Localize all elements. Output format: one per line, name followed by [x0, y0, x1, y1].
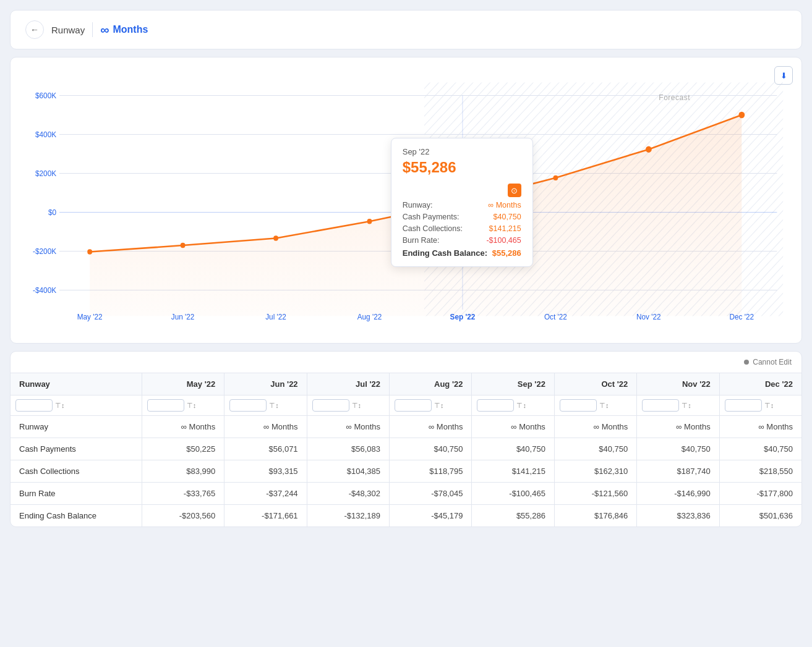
filter-icon-0[interactable]: ⊤↕ [55, 402, 65, 410]
filter-input-aug[interactable] [395, 399, 432, 412]
filter-cell-1: ⊤↕ [142, 395, 224, 416]
cash-payments-sep: $40,750 [472, 438, 554, 460]
svg-point-25 [273, 235, 278, 240]
row-label-ending-cash: Ending Cash Balance [11, 505, 142, 527]
cash-payments-nov: $40,750 [637, 438, 719, 460]
cannot-edit-dot [744, 360, 749, 365]
burn-rate-jun: -$37,244 [224, 483, 307, 505]
svg-text:$0: $0 [48, 208, 56, 216]
filter-input-may[interactable] [147, 399, 184, 412]
burn-rate-sep: -$100,465 [472, 483, 554, 505]
filter-icon-7[interactable]: ⊤↕ [682, 402, 691, 410]
filter-input-runway[interactable] [15, 399, 53, 412]
runway-label: Runway: [403, 201, 433, 209]
ending-cash-oct: $176,846 [554, 505, 636, 527]
filter-cell-0: ⊤↕ [11, 395, 142, 416]
cash-payments-jul: $56,083 [307, 438, 389, 460]
filter-cell-5: ⊤↕ [472, 395, 554, 416]
table-row: Cash Payments $50,225 $56,071 $56,083 $4… [11, 438, 801, 460]
ending-cash-nov: $323,836 [637, 505, 719, 527]
filter-icon-8[interactable]: ⊤↕ [764, 402, 774, 410]
runway-oct: ∞ Months [554, 416, 636, 438]
filter-input-jul[interactable] [312, 399, 349, 412]
col-may: May '22 [142, 373, 224, 395]
filter-icon-1[interactable]: ⊤↕ [187, 402, 197, 410]
filter-input-oct[interactable] [560, 399, 597, 412]
tooltip-ending-cash-row: Ending Cash Balance: $55,286 [403, 248, 521, 258]
burn-rate-aug: -$78,045 [390, 483, 472, 505]
cash-payments-label: Cash Payments: [403, 213, 459, 221]
cash-collections-nov: $187,740 [637, 460, 719, 483]
svg-point-31 [738, 112, 745, 119]
forecast-label: Forecast [659, 93, 690, 102]
row-label-runway: Runway [11, 416, 142, 438]
col-sep: Sep '22 [472, 373, 554, 395]
cash-collections-aug: $118,795 [390, 460, 472, 483]
ending-cash-may: -$203,560 [142, 505, 224, 527]
filter-cell-4: ⊤↕ [390, 395, 472, 416]
filter-icon-5[interactable]: ⊤↕ [516, 402, 526, 410]
cash-payments-dec: $40,750 [719, 438, 801, 460]
cash-collections-may: $83,990 [142, 460, 224, 483]
runway-value: ∞ Months [488, 201, 521, 209]
cannot-edit-label: Cannot Edit [753, 358, 792, 366]
cash-payments-value: $40,750 [494, 213, 521, 221]
cash-collections-sep: $141,215 [472, 460, 554, 483]
svg-point-24 [181, 243, 186, 248]
filter-cell-2: ⊤↕ [224, 395, 307, 416]
burn-rate-dec: -$177,800 [719, 483, 801, 505]
svg-text:$400K: $400K [35, 130, 56, 138]
filter-icon-6[interactable]: ⊤↕ [599, 402, 609, 410]
filter-input-sep[interactable] [477, 399, 514, 412]
tooltip-cash-collections-row: Cash Collections: $141,215 [403, 224, 521, 233]
filter-row: ⊤↕ ⊤↕ ⊤↕ ⊤↕ ⊤↕ ⊤↕ ⊤↕ ⊤↕ ⊤↕ [11, 395, 801, 416]
filter-cell-8: ⊤↕ [719, 395, 801, 416]
col-dec: Dec '22 [719, 373, 801, 395]
chart-tooltip: Sep '22 $55,286 ⊙ Runway: ∞ Months Cash … [391, 138, 533, 267]
filter-cell-7: ⊤↕ [637, 395, 719, 416]
tooltip-burn-rate-row: Burn Rate: -$100,465 [403, 236, 521, 245]
svg-point-23 [87, 249, 92, 254]
filter-icon-4[interactable]: ⊤↕ [434, 402, 444, 410]
chart-area: Forecast $600K $400K $200K $0 [23, 76, 789, 336]
cash-collections-dec: $218,550 [719, 460, 801, 483]
cash-payments-oct: $40,750 [554, 438, 636, 460]
svg-text:-$200K: -$200K [33, 247, 56, 255]
runway-jun: ∞ Months [224, 416, 307, 438]
col-runway: Runway [11, 373, 142, 395]
cash-collections-label: Cash Collections: [403, 224, 463, 233]
ending-cash-jul: -$132,189 [307, 505, 389, 527]
filter-icon-3[interactable]: ⊤↕ [352, 402, 362, 410]
cash-collections-jun: $93,315 [224, 460, 307, 483]
col-aug: Aug '22 [390, 373, 472, 395]
runway-circle-icon: ⊙ [511, 186, 518, 195]
back-button[interactable]: ← [25, 20, 44, 39]
tooltip-cash-payments-row: Cash Payments: $40,750 [403, 213, 521, 221]
filter-input-nov[interactable] [642, 399, 679, 412]
cash-payments-aug: $40,750 [390, 438, 472, 460]
ending-cash-label: Ending Cash Balance: [403, 248, 487, 258]
ending-cash-jun: -$171,661 [224, 505, 307, 527]
filter-icon-2[interactable]: ⊤↕ [269, 402, 279, 410]
col-oct: Oct '22 [554, 373, 636, 395]
row-label-cash-collections: Cash Collections [11, 460, 142, 483]
tooltip-date: Sep '22 [403, 147, 521, 156]
burn-rate-may: -$33,765 [142, 483, 224, 505]
page-title: Runway [51, 25, 85, 35]
ending-cash-dec: $501,636 [719, 505, 801, 527]
chart-card: ⬇ Forecast $600K $400K $200K [10, 57, 802, 344]
burn-rate-label: Burn Rate: [403, 236, 440, 245]
tooltip-value: $55,286 [403, 159, 521, 176]
tooltip-runway-icon: ⊙ [508, 184, 521, 197]
filter-input-dec[interactable] [725, 399, 762, 412]
row-label-cash-payments: Cash Payments [11, 438, 142, 460]
svg-point-30 [646, 146, 652, 153]
col-jun: Jun '22 [224, 373, 307, 395]
ending-cash-value: $55,286 [492, 248, 521, 258]
svg-text:-$400K: -$400K [33, 285, 56, 294]
runway-jul: ∞ Months [307, 416, 389, 438]
infinity-icon: ∞ [100, 23, 109, 37]
table-row: Cash Collections $83,990 $93,315 $104,38… [11, 460, 801, 483]
runway-sep: ∞ Months [472, 416, 554, 438]
filter-input-jun[interactable] [229, 399, 267, 412]
